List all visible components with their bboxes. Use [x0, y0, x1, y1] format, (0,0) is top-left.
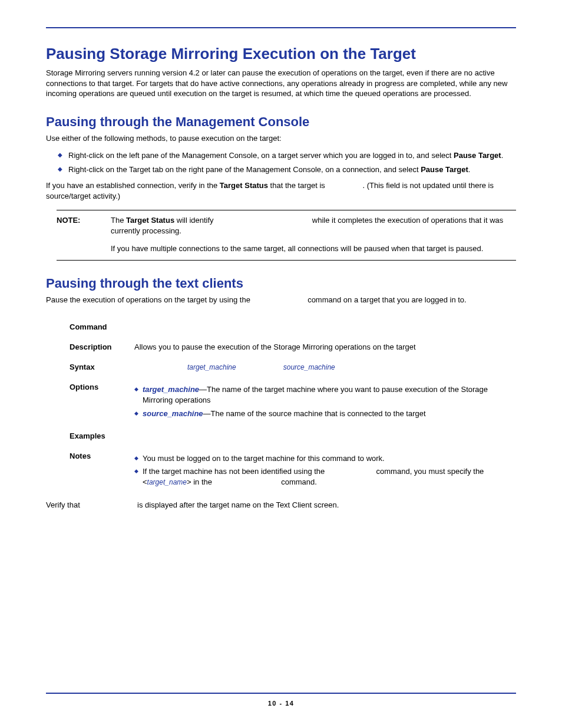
cmd-label: Options: [70, 382, 134, 393]
option-key: source_machine: [143, 409, 203, 418]
cmd-label: Syntax: [70, 362, 134, 373]
cmd-row-command: Command: [70, 322, 516, 332]
section1-bullets: Right-click on the left pane of the Mana…: [46, 150, 516, 174]
text: The: [111, 216, 126, 225]
note-label-empty: [57, 243, 111, 254]
verify-line: Verify that is displayed after the targe…: [46, 500, 516, 510]
bottom-rule: [46, 693, 516, 694]
cmd-label: Description: [70, 342, 134, 353]
list-item: If the target machine has not been ident…: [134, 466, 516, 487]
cmd-value: target_machine—The name of the target ma…: [134, 382, 516, 421]
list-item: You must be logged on to the target mach…: [134, 453, 516, 464]
notes-list: You must be logged on to the target mach…: [134, 453, 516, 488]
text: is displayed after the target name on th…: [135, 500, 339, 509]
text: Verify that: [46, 500, 82, 509]
cmd-label: Examples: [70, 431, 134, 442]
bold-text: Pause Target: [454, 151, 501, 160]
text: .: [468, 165, 471, 174]
text: Right-click on the left pane of the Mana…: [68, 151, 454, 160]
section1-heading: Pausing through the Management Console: [46, 114, 516, 130]
section1-after: If you have an established connection, v…: [46, 180, 516, 201]
cmd-value: target_machinesource_machine: [134, 362, 516, 373]
text: Pause the execution of operations on the…: [46, 295, 253, 304]
text: >: [187, 477, 191, 486]
cmd-row-notes: Notes You must be logged on to the targe…: [70, 451, 516, 490]
note-box: NOTE: The Target Status will identify wh…: [57, 210, 516, 261]
bold-text: Target Status: [220, 181, 268, 190]
page-number: 10 - 14: [46, 700, 516, 707]
cmd-label: Notes: [70, 451, 134, 462]
syntax-arg: target_machine: [187, 363, 236, 371]
bold-text: Target Status: [126, 216, 174, 225]
section1-lead: Use either of the following methods, to …: [46, 133, 516, 144]
note-label: NOTE:: [57, 215, 111, 236]
page-title: Pausing Storage Mirroring Execution on t…: [46, 45, 516, 63]
text: If you have an established connection, v…: [46, 181, 220, 190]
list-item: Right-click on the Target tab on the rig…: [58, 164, 516, 175]
cmd-row-examples: Examples: [70, 431, 516, 442]
cmd-value: You must be logged on to the target mach…: [134, 451, 516, 490]
text: <: [143, 477, 147, 486]
options-list: target_machine—The name of the target ma…: [134, 384, 516, 419]
text: command.: [279, 477, 317, 486]
page: Pausing Storage Mirroring Execution on t…: [0, 0, 562, 728]
text: command on a target that you are logged …: [306, 295, 467, 304]
text: Right-click on the Target tab on the rig…: [68, 165, 421, 174]
cmd-row-options: Options target_machine—The name of the t…: [70, 382, 516, 421]
cmd-value: Allows you to pause the execution of the…: [134, 342, 516, 353]
note-row: NOTE: The Target Status will identify wh…: [57, 215, 516, 236]
text: —The name of the source machine that is …: [203, 409, 426, 418]
top-rule: [46, 27, 516, 28]
cmd-label: Command: [70, 322, 134, 332]
text: that the target is: [268, 181, 327, 190]
text: will identify: [174, 216, 216, 225]
command-table: Command Description Allows you to pause …: [70, 322, 516, 490]
text: .: [501, 151, 504, 160]
cmd-row-description: Description Allows you to pause the exec…: [70, 342, 516, 353]
option-key: target_machine: [143, 385, 199, 394]
note-body: The Target Status will identify while it…: [111, 215, 516, 236]
arg: target_name: [147, 478, 187, 486]
cmd-row-syntax: Syntax target_machinesource_machine: [70, 362, 516, 373]
list-item: Right-click on the left pane of the Mana…: [58, 150, 516, 161]
bold-text: Pause Target: [421, 165, 468, 174]
text: If the target machine has not been ident…: [143, 467, 327, 476]
intro-paragraph: Storage Mirroring servers running versio…: [46, 68, 516, 99]
section2-lead: Pause the execution of operations on the…: [46, 295, 516, 305]
note-row: If you have multiple connections to the …: [57, 243, 516, 254]
section2-heading: Pausing through the text clients: [46, 276, 516, 291]
syntax-arg: source_machine: [283, 363, 335, 371]
note-body: If you have multiple connections to the …: [111, 243, 516, 254]
list-item: target_machine—The name of the target ma…: [134, 384, 516, 406]
text: command, you must specify the: [374, 467, 484, 476]
text: in the: [191, 477, 214, 486]
list-item: source_machine—The name of the source ma…: [134, 409, 516, 419]
